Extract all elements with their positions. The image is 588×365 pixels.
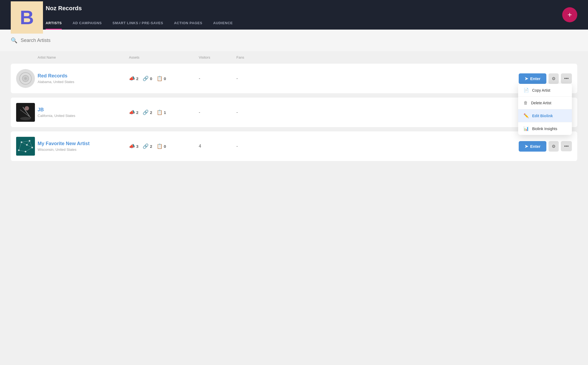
svg-point-2 <box>24 77 27 80</box>
nav-item-ad-campaigns[interactable]: AD CAMPAIGNS <box>73 21 102 30</box>
artist-info-red-records: Red Records Alabama, United States <box>38 73 129 84</box>
col-avatar <box>16 55 38 59</box>
dropdown-item-delete-artist[interactable]: 🗑 Delete Artist <box>518 97 572 109</box>
asset-campaigns-red-records: 📣 2 <box>129 76 138 81</box>
add-button[interactable]: + <box>562 7 577 22</box>
link-icon-jb: 🔗 <box>143 109 149 115</box>
actions-red-records: ➤ Enter ⚙ ••• <box>269 73 572 84</box>
table-row: JB California, United States 📣 2 🔗 2 📋 1… <box>11 98 577 127</box>
pages-count-jb: 1 <box>164 110 166 115</box>
assets-jb: 📣 2 🔗 2 📋 1 <box>129 109 199 115</box>
avatar-mfna <box>16 137 35 156</box>
enter-arrow-icon: ➤ <box>525 76 528 81</box>
avatar-red-records <box>16 69 35 88</box>
dropdown-label-delete-artist: Delete Artist <box>531 101 551 105</box>
chart-icon: 📊 <box>524 126 529 131</box>
dropdown-label-edit-biolink: Edit Biolink <box>532 114 553 118</box>
artist-row-wrapper-red-records: Red Records Alabama, United States 📣 2 🔗… <box>11 64 577 93</box>
artist-name-jb[interactable]: JB <box>38 107 129 113</box>
col-visitors: Visitors <box>199 55 236 59</box>
links-count-mfna: 2 <box>150 144 152 149</box>
campaigns-count-red-records: 2 <box>136 76 138 81</box>
avatar-network-image <box>16 137 35 156</box>
search-input[interactable] <box>21 38 101 43</box>
more-button-mfna[interactable]: ••• <box>561 141 572 151</box>
asset-pages-red-records: 📋 0 <box>157 76 166 81</box>
nav-item-smart-links[interactable]: SMART LINKS / PRE-SAVES <box>113 21 163 30</box>
table-section: Artist Name Assets Visitors Fans Red Rec… <box>0 51 588 176</box>
dropdown-item-copy-artist[interactable]: 📄 Copy Artist <box>518 84 572 97</box>
enter-arrow-icon-mfna: ➤ <box>525 144 528 149</box>
campaigns-count-mfna: 3 <box>136 144 138 149</box>
enter-button-red-records[interactable]: ➤ Enter <box>519 73 546 84</box>
links-count-jb: 2 <box>150 110 152 115</box>
nav-item-action-pages[interactable]: ACTION PAGES <box>174 21 203 30</box>
link-icon-mfna: 🔗 <box>143 143 149 149</box>
artist-name-red-records[interactable]: Red Records <box>38 73 129 79</box>
grid-icon-mfna: 📋 <box>157 143 163 149</box>
col-fans: Fans <box>236 55 269 59</box>
trash-icon: 🗑 <box>524 101 528 105</box>
asset-links-mfna: 🔗 2 <box>143 143 152 149</box>
enter-button-mfna[interactable]: ➤ Enter <box>519 141 546 152</box>
asset-links-jb: 🔗 2 <box>143 109 152 115</box>
grid-icon-jb: 📋 <box>157 109 163 115</box>
asset-pages-mfna: 📋 0 <box>157 143 166 149</box>
pencil-icon: ✏️ <box>524 113 529 118</box>
table-row: Red Records Alabama, United States 📣 2 🔗… <box>11 64 577 93</box>
nav-item-audience[interactable]: AUDIENCE <box>213 21 233 30</box>
fans-mfna: - <box>236 144 269 149</box>
asset-links-red-records: 🔗 0 <box>143 76 152 81</box>
logo-box: B <box>11 1 43 34</box>
artist-location-red-records: Alabama, United States <box>38 80 129 84</box>
asset-pages-jb: 📋 1 <box>157 109 166 115</box>
table-header: Artist Name Assets Visitors Fans <box>11 51 577 64</box>
artist-name-mfna[interactable]: My Favorite New Artist <box>38 141 129 146</box>
assets-red-records: 📣 2 🔗 0 📋 0 <box>129 76 199 81</box>
col-assets: Assets <box>129 55 199 59</box>
header: B Noz Records ARTISTS AD CAMPAIGNS SMART… <box>0 0 588 30</box>
fans-jb: - <box>236 110 269 115</box>
avatar-drum-image <box>16 103 35 122</box>
pages-count-mfna: 0 <box>164 144 166 149</box>
visitors-mfna: 4 <box>199 144 236 149</box>
artist-info-jb: JB California, United States <box>38 107 129 118</box>
assets-mfna: 📣 3 🔗 2 📋 0 <box>129 143 199 149</box>
dropdown-item-edit-biolink[interactable]: ✏️ Edit Biolink <box>518 109 572 122</box>
dropdown-menu: 📄 Copy Artist 🗑 Delete Artist ✏️ Edit Bi… <box>518 84 572 135</box>
settings-button-mfna[interactable]: ⚙ <box>549 141 559 152</box>
avatar-jb <box>16 103 35 122</box>
settings-button-red-records[interactable]: ⚙ <box>549 73 559 84</box>
link-icon: 🔗 <box>143 76 149 81</box>
main-nav: ARTISTS AD CAMPAIGNS SMART LINKS / PRE-S… <box>46 21 233 30</box>
artist-row-wrapper-jb: JB California, United States 📣 2 🔗 2 📋 1… <box>11 98 577 127</box>
brand-title: Noz Records <box>46 5 82 12</box>
artist-location-jb: California, United States <box>38 114 129 118</box>
more-button-red-records[interactable]: ••• <box>561 73 572 84</box>
megaphone-icon-jb: 📣 <box>129 109 135 115</box>
logo-letter: B <box>20 8 34 27</box>
campaigns-count-jb: 2 <box>136 110 138 115</box>
dropdown-label-biolink-insights: Biolink Insights <box>532 127 557 131</box>
dropdown-label-copy-artist: Copy Artist <box>532 88 550 92</box>
copy-icon: 📄 <box>524 88 529 93</box>
search-section: 🔍 <box>0 30 588 51</box>
visitors-red-records: - <box>199 76 236 81</box>
nav-item-artists[interactable]: ARTISTS <box>46 21 62 30</box>
megaphone-icon: 📣 <box>129 76 135 81</box>
artist-row-wrapper-mfna: My Favorite New Artist Wisconsin, United… <box>11 131 577 161</box>
asset-campaigns-jb: 📣 2 <box>129 109 138 115</box>
table-row: My Favorite New Artist Wisconsin, United… <box>11 131 577 161</box>
pages-count-red-records: 0 <box>164 76 166 81</box>
artist-location-mfna: Wisconsin, United States <box>38 148 129 152</box>
links-count-red-records: 0 <box>150 76 152 81</box>
dropdown-item-biolink-insights[interactable]: 📊 Biolink Insights <box>518 122 572 135</box>
svg-point-7 <box>20 117 31 120</box>
asset-campaigns-mfna: 📣 3 <box>129 143 138 149</box>
svg-rect-8 <box>16 137 35 156</box>
actions-mfna: ➤ Enter ⚙ ••• <box>269 141 572 152</box>
megaphone-icon-mfna: 📣 <box>129 143 135 149</box>
visitors-jb: - <box>199 110 236 115</box>
grid-icon: 📋 <box>157 76 163 81</box>
col-actions <box>269 55 572 59</box>
